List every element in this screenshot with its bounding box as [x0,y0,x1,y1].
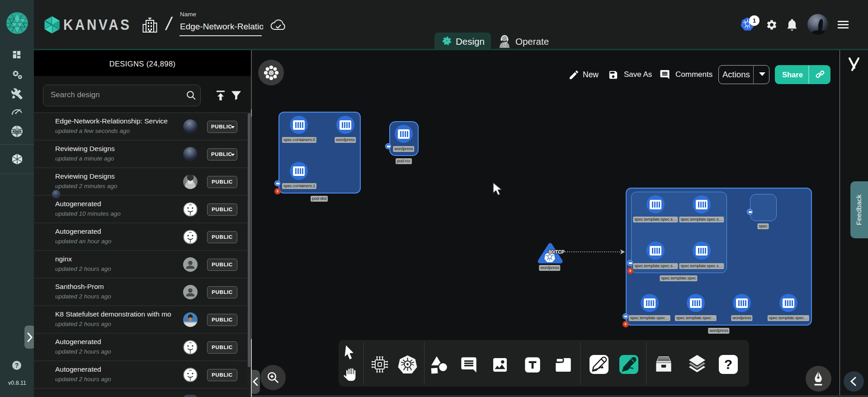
svg-text:80/TCP: 80/TCP [548,249,565,255]
